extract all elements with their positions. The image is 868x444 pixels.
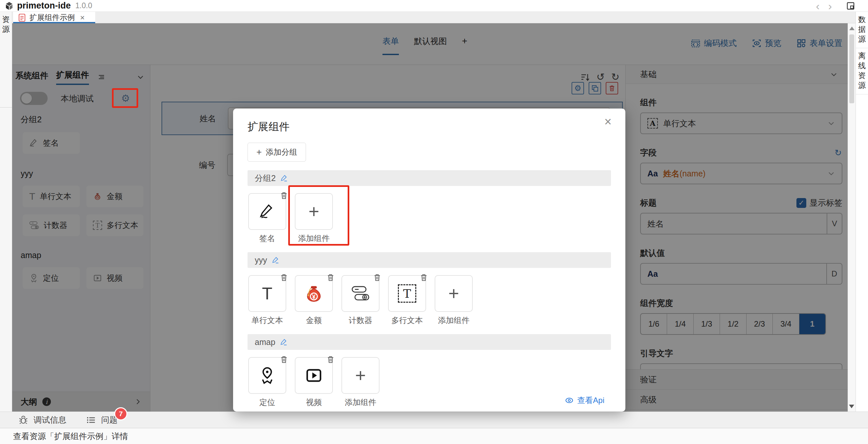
sidebar-item-offline-resources[interactable]: 离线资源	[858, 51, 866, 90]
eye-icon	[565, 396, 574, 405]
modal-card-label: 定位	[248, 397, 286, 408]
right-side-bar: 数据源 离线资源	[856, 12, 868, 412]
app-version: 1.0.0	[75, 1, 92, 10]
view-api-label: 查看Api	[577, 395, 604, 406]
save-layout-icon[interactable]	[846, 2, 855, 10]
signature-pen-icon	[259, 203, 276, 220]
title-bar: primeton-ide 1.0.0 ‹ ›	[0, 0, 868, 12]
modal-card-signature[interactable]: 签名	[248, 193, 286, 244]
app-title: primeton-ide	[17, 1, 71, 11]
app-logo-icon	[5, 1, 14, 10]
divider	[0, 107, 12, 108]
modal-card-add-component-group1[interactable]: + 添加组件	[295, 193, 333, 244]
counter-icon	[351, 285, 370, 301]
delete-component-icon[interactable]	[280, 355, 288, 364]
modal-card-label: 金额	[295, 315, 333, 326]
problems-button[interactable]: 问题 7	[86, 414, 118, 425]
delete-component-icon[interactable]	[373, 273, 381, 282]
primeton-ide-window: primeton-ide 1.0.0 ‹ › 资源 扩展组件示例 × 表单 默认…	[0, 0, 868, 444]
modal-card-location[interactable]: 定位	[248, 357, 286, 408]
edit-pencil-icon[interactable]	[272, 256, 280, 264]
delete-component-icon[interactable]	[280, 191, 288, 200]
modal-card-label: 添加组件	[341, 397, 379, 408]
add-group-button[interactable]: + 添加分组	[248, 143, 306, 162]
activity-bar: 资源	[0, 12, 12, 412]
extension-components-dialog: × 扩展组件 + 添加分组 分组2 签名 + 添加组件 yyy	[233, 108, 625, 412]
modal-card-add-component-group2[interactable]: + 添加组件	[435, 275, 473, 326]
form-document-icon	[19, 14, 26, 22]
bottom-toolbar: 调试信息 问题 7	[0, 412, 868, 428]
plus-icon: +	[309, 202, 319, 221]
modal-group-name: yyy	[255, 255, 267, 265]
bug-icon	[19, 415, 28, 425]
modal-card-label: 单行文本	[248, 315, 286, 326]
modal-group-name: amap	[255, 337, 275, 347]
delete-component-icon[interactable]	[280, 273, 288, 282]
tab-extension-component-example[interactable]: 扩展组件示例 ×	[13, 12, 95, 23]
edit-pencil-icon[interactable]	[280, 338, 288, 346]
debug-info-label: 调试信息	[33, 414, 66, 425]
modal-card-label: 多行文本	[388, 315, 426, 326]
text-t-icon: T	[262, 284, 273, 303]
edit-pencil-icon[interactable]	[280, 174, 288, 182]
view-api-link[interactable]: 查看Api	[565, 395, 604, 406]
sidebar-item-data-source[interactable]: 数据源	[858, 14, 866, 44]
modal-card-single-line-text[interactable]: T 单行文本	[248, 275, 286, 326]
dialog-title: 扩展组件	[248, 120, 611, 134]
nav-back-icon[interactable]: ‹	[816, 1, 819, 11]
vertical-scrollbar[interactable]	[848, 23, 856, 412]
dialog-close-icon[interactable]: ×	[604, 116, 612, 128]
delete-component-icon[interactable]	[326, 355, 335, 364]
modal-card-multi-line-text[interactable]: T 多行文本	[388, 275, 426, 326]
modal-card-label: 添加组件	[295, 233, 333, 244]
modal-group-header: amap	[248, 334, 611, 350]
modal-card-label: 添加组件	[435, 315, 473, 326]
video-play-icon	[305, 366, 323, 385]
money-bag-icon: ¥	[304, 284, 324, 303]
plus-icon: +	[355, 366, 366, 385]
tab-close-icon[interactable]: ×	[80, 13, 85, 22]
delete-component-icon[interactable]	[326, 273, 335, 282]
sidebar-item-resources[interactable]: 资源	[2, 12, 10, 34]
problems-count-badge: 7	[114, 407, 127, 420]
modal-card-counter[interactable]: 计数器	[341, 275, 379, 326]
location-pin-icon	[258, 366, 276, 385]
status-bar: 查看资源「扩展组件示例」详情	[0, 428, 868, 444]
delete-component-icon[interactable]	[420, 273, 428, 282]
modal-group-header: yyy	[248, 252, 611, 268]
problems-list-icon	[86, 415, 96, 425]
modal-card-label: 视频	[295, 397, 333, 408]
scrollbar-thumb[interactable]	[849, 34, 854, 103]
add-group-label: 添加分组	[266, 147, 297, 158]
tab-title: 扩展组件示例	[30, 12, 75, 23]
modal-card-label: 签名	[248, 233, 286, 244]
plus-icon: +	[448, 284, 459, 303]
editor-tab-bar: 扩展组件示例 ×	[12, 12, 856, 23]
modal-card-add-component-group3[interactable]: + 添加组件	[341, 357, 379, 408]
nav-forward-icon[interactable]: ›	[828, 1, 832, 11]
modal-card-label: 计数器	[341, 315, 379, 326]
status-text: 查看资源「扩展组件示例」详情	[13, 431, 128, 442]
svg-text:¥: ¥	[312, 293, 316, 300]
modal-group-name: 分组2	[255, 173, 276, 184]
plus-icon: +	[256, 148, 262, 156]
scroll-up-arrow-icon[interactable]	[849, 27, 855, 30]
modal-card-video[interactable]: 视频	[295, 357, 333, 408]
modal-group-header: 分组2	[248, 170, 611, 186]
multiline-text-icon: T	[398, 284, 416, 303]
scroll-down-arrow-icon[interactable]	[849, 405, 854, 408]
modal-card-amount[interactable]: ¥ 金额	[295, 275, 333, 326]
debug-info-button[interactable]: 调试信息	[19, 414, 66, 425]
